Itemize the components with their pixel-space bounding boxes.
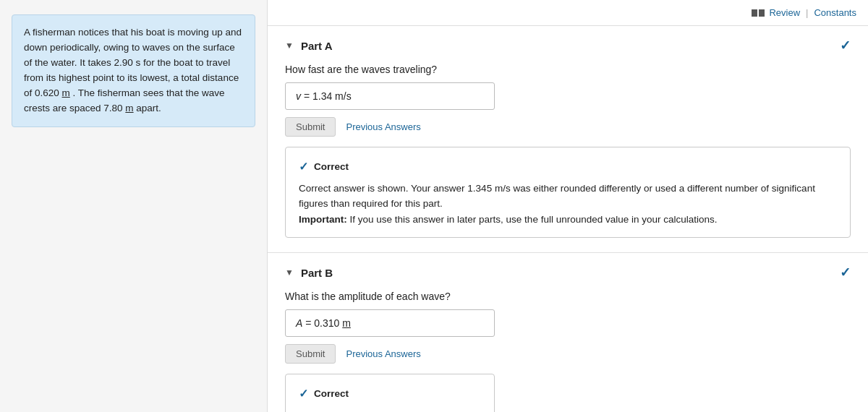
part-a-checkmark: ✓ bbox=[840, 38, 851, 53]
part-a-feedback-body: Correct answer is shown. Your answer 1.3… bbox=[299, 181, 837, 228]
part-b-header[interactable]: ▼ Part B ✓ bbox=[285, 265, 851, 280]
constants-link[interactable]: Constants bbox=[814, 7, 856, 18]
part-b-feedback-title: Correct bbox=[314, 386, 349, 402]
part-b-correct-icon: ✓ bbox=[299, 385, 308, 403]
part-a-feedback: ✓ Correct Correct answer is shown. Your … bbox=[285, 147, 851, 238]
part-b-actions: Submit Previous Answers bbox=[285, 344, 851, 364]
main-content: ▼ Part A ✓ How fast are the waves travel… bbox=[268, 26, 868, 412]
part-b-arrow: ▼ bbox=[285, 267, 294, 278]
part-a-title: Part A bbox=[301, 40, 333, 52]
part-b-question: What is the amplitude of each wave? bbox=[285, 291, 851, 302]
part-b-answer-display: A = 0.310 m bbox=[285, 309, 495, 337]
part-a-answer-text: v = 1.34 m/s bbox=[296, 90, 352, 102]
part-a-submit-button[interactable]: Submit bbox=[285, 117, 336, 137]
part-b-answer-text: A = 0.310 m bbox=[296, 317, 351, 329]
separator: | bbox=[806, 7, 808, 18]
unit-m2: m bbox=[125, 103, 133, 113]
part-a-prev-answers-link[interactable]: Previous Answers bbox=[346, 121, 420, 132]
part-b-feedback: ✓ Correct bbox=[285, 374, 495, 412]
part-a-answer-display: v = 1.34 m/s bbox=[285, 82, 495, 110]
part-b-section: ▼ Part B ✓ What is the amplitude of each… bbox=[268, 253, 868, 412]
sidebar: A fisherman notices that his boat is mov… bbox=[0, 0, 268, 412]
part-b-title: Part B bbox=[301, 267, 333, 279]
part-a-arrow: ▼ bbox=[285, 40, 294, 51]
part-b-prev-answers-link[interactable]: Previous Answers bbox=[346, 348, 420, 359]
part-a-section: ▼ Part A ✓ How fast are the waves travel… bbox=[268, 26, 868, 253]
part-b-feedback-header: ✓ Correct bbox=[299, 385, 481, 403]
top-bar: Review | Constants bbox=[268, 0, 868, 26]
part-a-header[interactable]: ▼ Part A ✓ bbox=[285, 38, 851, 53]
part-b-checkmark: ✓ bbox=[840, 265, 851, 280]
part-a-feedback-title: Correct bbox=[314, 159, 349, 175]
part-b-submit-button[interactable]: Submit bbox=[285, 344, 336, 364]
unit-m1: m bbox=[62, 87, 70, 98]
part-a-correct-icon: ✓ bbox=[299, 158, 308, 176]
review-link[interactable]: Review bbox=[769, 7, 800, 18]
problem-text: A fisherman notices that his boat is mov… bbox=[24, 27, 242, 113]
review-icon bbox=[752, 9, 765, 17]
problem-statement: A fisherman notices that his boat is mov… bbox=[12, 14, 255, 127]
part-a-actions: Submit Previous Answers bbox=[285, 117, 851, 137]
part-a-feedback-header: ✓ Correct bbox=[299, 158, 837, 176]
part-a-question: How fast are the waves traveling? bbox=[285, 64, 851, 75]
